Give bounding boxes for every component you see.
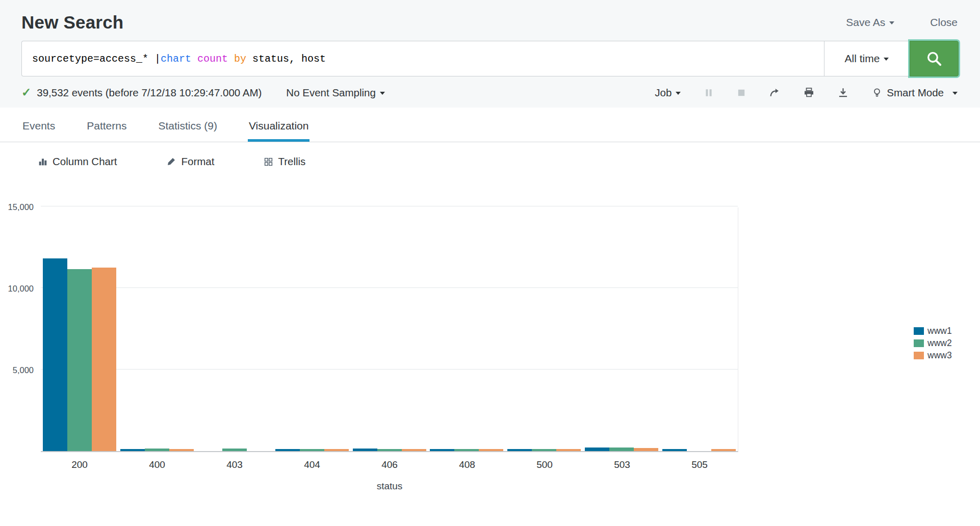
y-axis-tick-label: 10,000 [8,284,34,294]
title-actions: Save As Close [846,12,958,29]
bar-www2-400[interactable] [145,449,169,451]
bar-www3-406[interactable] [402,449,426,451]
x-axis-tick-label: 505 [661,453,738,470]
legend-item-www1[interactable]: www1 [914,326,952,336]
x-axis-tick-label: 503 [583,453,661,470]
bar-www1-404[interactable] [275,449,300,451]
query-segment: sourcetype=access_* | [32,53,161,65]
search-button[interactable] [910,41,959,76]
y-axis-tick-label: 5,000 [13,365,34,375]
chevron-down-icon [676,92,681,95]
bar-www1-406[interactable] [353,449,377,451]
bar-www3-503[interactable] [634,448,658,451]
job-label: Job [655,87,672,99]
x-axis-tick-label: 400 [118,453,196,470]
tab-statistics-9[interactable]: Statistics (9) [157,111,218,142]
x-axis-tick-label: 408 [428,453,506,470]
bar-www3-400[interactable] [169,449,194,451]
bar-www2-408[interactable] [454,449,479,451]
pause-icon[interactable] [704,88,713,97]
event-sampling-menu[interactable]: No Event Sampling [286,87,384,99]
job-menu[interactable]: Job [655,87,681,99]
column-chart: 5,00010,00015,000 2004004034044064085005… [0,207,980,526]
bar-www3-505[interactable] [711,449,736,451]
bar-www1-408[interactable] [430,449,454,451]
results-tabs: EventsPatternsStatistics (9)Visualizatio… [0,108,980,142]
bar-group-503 [583,207,660,451]
bar-group-200 [41,207,118,451]
y-axis-tick-label: 15,000 [8,202,34,212]
download-icon[interactable] [838,87,848,98]
format-label: Format [181,155,214,168]
legend-label: www2 [927,338,952,349]
legend-swatch [914,339,924,347]
x-axis-tick-label: 500 [506,453,583,470]
y-axis: 5,00010,00015,000 [0,207,37,452]
search-icon [925,50,943,67]
bar-www3-404[interactable] [324,449,349,451]
bar-www1-505[interactable] [662,449,687,451]
bar-group-505 [660,207,738,451]
x-axis-tick-label: 403 [196,453,273,470]
plot-area [41,207,738,452]
chevron-down-icon [884,58,889,61]
bar-group-406 [351,207,428,451]
bar-group-403 [196,207,273,451]
legend-label: www1 [927,326,952,336]
legend-item-www2[interactable]: www2 [914,338,952,349]
bar-www2-404[interactable] [300,449,324,451]
tab-patterns[interactable]: Patterns [86,111,127,142]
bar-www1-500[interactable] [507,449,532,451]
bar-www2-200[interactable] [67,269,92,451]
legend-item-www3[interactable]: www3 [914,350,952,361]
query-segment: by [228,53,246,65]
chart-type-picker[interactable]: Column Chart [38,155,117,168]
chevron-down-icon [380,92,385,95]
share-icon[interactable] [769,87,780,98]
bar-group-404 [273,207,351,451]
x-axis-tick-label: 404 [273,453,351,470]
bar-www3-200[interactable] [92,268,116,451]
tab-visualization[interactable]: Visualization [248,111,310,142]
stop-icon[interactable] [737,88,746,97]
search-bar: sourcetype=access_* |chart count by stat… [21,41,959,76]
print-icon[interactable] [804,87,814,98]
bar-www3-500[interactable] [556,449,581,451]
format-button[interactable]: Format [167,155,214,168]
title-row: New Search Save As Close [0,0,980,41]
close-button[interactable]: Close [930,16,958,29]
bar-group-400 [118,207,196,451]
query-segment: chart [161,53,191,65]
bar-www3-408[interactable] [479,449,503,451]
bar-group-500 [505,207,583,451]
search-mode-menu[interactable]: Smart Mode [872,87,958,99]
chart-legend: www1www2www3 [914,326,952,361]
trellis-button[interactable]: Trellis [264,155,305,168]
lightbulb-icon [872,88,882,98]
bar-www1-503[interactable] [585,448,609,451]
page-title: New Search [21,12,123,33]
job-status-bar: ✓ 39,532 events (before 7/12/18 10:29:47… [21,86,958,99]
tab-events[interactable]: Events [21,111,56,142]
gridline [41,206,738,206]
save-as-button[interactable]: Save As [846,16,894,29]
query-segment: count [191,53,228,65]
bar-www2-503[interactable] [609,448,634,451]
bar-www1-200[interactable] [43,258,67,451]
time-range-picker[interactable]: All time [824,41,910,76]
bar-www2-500[interactable] [532,449,556,451]
search-query-input[interactable]: sourcetype=access_* |chart count by stat… [21,41,824,76]
save-as-label: Save As [846,16,885,29]
time-range-label: All time [845,52,880,65]
pencil-icon [167,157,176,166]
x-axis-title: status [41,481,738,492]
query-segment: status, host [246,53,326,65]
bar-www2-406[interactable] [377,449,402,451]
bar-www1-400[interactable] [120,449,145,451]
x-axis-tick-label: 200 [41,453,118,470]
bar-www2-403[interactable] [222,449,247,451]
checkmark-icon: ✓ [21,86,31,99]
bar-group-408 [428,207,505,451]
legend-label: www3 [927,350,952,361]
chevron-down-icon [952,92,958,95]
